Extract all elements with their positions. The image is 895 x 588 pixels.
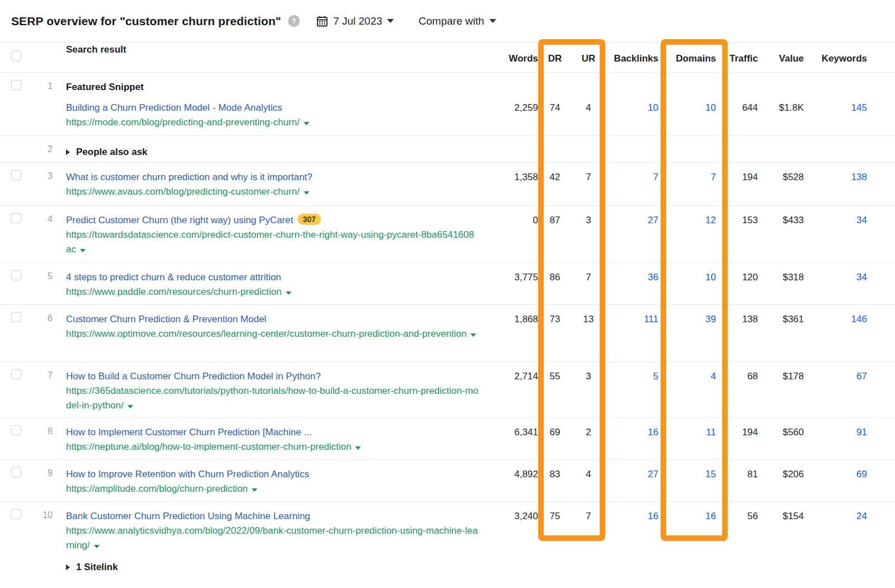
result-url-link[interactable]: https://neptune.ai/blog/how-to-implement… [66, 441, 351, 452]
domains-link[interactable]: 4 [658, 362, 716, 384]
domains-link[interactable]: 10 [658, 73, 716, 115]
compare-with-label: Compare with [418, 15, 484, 27]
col-domains[interactable]: Domains [658, 43, 716, 66]
result-url-link[interactable]: https://www.analyticsvidhya.com/blog/202… [66, 525, 478, 551]
result-title-link[interactable]: How to Build a Customer Churn Prediction… [66, 371, 321, 382]
dr-value: 73 [538, 305, 572, 327]
col-backlinks[interactable]: Backlinks [605, 43, 658, 66]
result-url-link[interactable]: https://mode.com/blog/predicting-and-pre… [66, 117, 300, 128]
date-picker[interactable]: 7 Jul 2023 [317, 15, 394, 27]
domains-link[interactable]: 11 [658, 418, 716, 440]
keywords-link[interactable]: 91 [804, 418, 867, 440]
backlinks-link[interactable]: 27 [605, 206, 658, 228]
keywords-link[interactable]: 34 [804, 206, 867, 228]
row-checkbox[interactable] [11, 170, 21, 180]
row-checkbox[interactable] [11, 213, 21, 223]
featured-snippet-label: Featured Snippet [66, 80, 479, 95]
col-words[interactable]: Words [488, 43, 538, 66]
sitelink-toggle[interactable]: 1 Sitelink [66, 560, 479, 575]
count-badge[interactable]: 307 [298, 214, 321, 225]
row-checkbox[interactable] [11, 270, 21, 280]
backlinks-link[interactable]: 16 [605, 418, 658, 440]
result-title-link[interactable]: Customer Churn Prediction & Prevention M… [66, 314, 266, 324]
row-checkbox[interactable] [11, 509, 21, 519]
backlinks-link[interactable]: 16 [605, 502, 658, 524]
keywords-link[interactable]: 67 [804, 362, 867, 384]
traffic-value: 138 [716, 305, 758, 327]
keywords-link[interactable]: 34 [804, 263, 867, 285]
domains-link[interactable]: 15 [658, 460, 716, 482]
serp-position: 3 [35, 163, 57, 181]
keywords-link[interactable]: 24 [804, 502, 867, 524]
backlinks-link[interactable]: 36 [605, 263, 658, 285]
result-url-link[interactable]: https://www.optimove.com/resources/learn… [66, 328, 467, 339]
table-row: 5 4 steps to predict churn & reduce cust… [0, 263, 895, 305]
keywords-link[interactable]: 138 [804, 163, 867, 185]
row-checkbox[interactable] [11, 312, 21, 322]
select-all-checkbox[interactable] [11, 51, 21, 61]
domains-link[interactable]: 12 [658, 206, 716, 228]
backlinks-link[interactable]: 5 [605, 362, 658, 384]
serp-position: 8 [35, 418, 57, 436]
col-ur[interactable]: UR [572, 43, 605, 66]
col-keywords[interactable]: Keywords [804, 43, 867, 66]
chevron-down-icon [489, 19, 496, 23]
domains-link[interactable]: 16 [658, 502, 716, 524]
col-value[interactable]: Value [758, 43, 804, 66]
result-title-link[interactable]: 4 steps to predict churn & reduce custom… [66, 272, 281, 283]
col-search-result[interactable]: Search result [57, 43, 488, 57]
url-dropdown-icon[interactable] [128, 405, 133, 408]
traffic-value: 644 [716, 73, 758, 115]
ur-value: 3 [572, 206, 605, 228]
result-url-link[interactable]: https://www.avaus.com/blog/predicting-cu… [66, 186, 300, 197]
url-dropdown-icon[interactable] [286, 291, 291, 295]
result-title-link[interactable]: Bank Customer Churn Prediction Using Mac… [66, 511, 310, 521]
col-traffic[interactable]: Traffic [716, 43, 758, 66]
result-title-link[interactable]: Predict Customer Churn (the right way) u… [66, 215, 293, 225]
table-row: 8 How to Implement Customer Churn Predic… [0, 418, 895, 460]
people-also-ask-toggle[interactable]: People also ask [66, 143, 479, 159]
table-row: 10 Bank Customer Churn Prediction Using … [0, 502, 895, 588]
result-url-link[interactable]: https://towardsdatascience.com/predict-c… [66, 229, 474, 255]
result-url-link[interactable]: https://www.paddle.com/resources/churn-p… [66, 286, 282, 297]
url-dropdown-icon[interactable] [470, 333, 476, 337]
dr-value: 86 [538, 263, 572, 285]
url-dropdown-icon[interactable] [355, 446, 361, 450]
url-dropdown-icon[interactable] [304, 122, 309, 125]
backlinks-link[interactable]: 10 [605, 73, 658, 115]
words-value: 4,892 [488, 460, 538, 482]
backlinks-link[interactable]: 7 [605, 163, 658, 185]
compare-with-dropdown[interactable]: Compare with [418, 15, 496, 27]
url-dropdown-icon[interactable] [252, 488, 257, 492]
row-checkbox[interactable] [11, 369, 21, 379]
result-title-link[interactable]: What is customer churn prediction and wh… [66, 172, 312, 182]
result-title-link[interactable]: How to Implement Customer Churn Predicti… [66, 427, 312, 438]
keywords-link[interactable]: 146 [804, 305, 867, 327]
result-url-link[interactable]: https://amplitude.com/blog/churn-predict… [66, 483, 248, 494]
url-dropdown-icon[interactable] [304, 191, 309, 195]
value-value: $528 [758, 163, 804, 185]
topbar: SERP overview for "customer churn predic… [0, 0, 895, 42]
row-checkbox[interactable] [11, 467, 21, 477]
help-icon[interactable]: ? [288, 15, 300, 27]
row-checkbox[interactable] [11, 80, 21, 90]
result-title-link[interactable]: How to Improve Retention with Churn Pred… [66, 469, 309, 479]
backlinks-link[interactable]: 111 [605, 305, 658, 327]
serp-position: 6 [35, 305, 57, 323]
traffic-value: 194 [716, 418, 758, 440]
backlinks-link[interactable]: 27 [605, 460, 658, 482]
serp-position: 1 [35, 73, 57, 91]
row-checkbox[interactable] [11, 425, 21, 435]
ur-value: 7 [572, 502, 605, 524]
domains-link[interactable]: 39 [658, 305, 716, 327]
keywords-link[interactable]: 145 [804, 73, 867, 115]
url-dropdown-icon[interactable] [80, 249, 86, 252]
dr-value: 75 [538, 502, 572, 524]
keywords-link[interactable]: 69 [804, 460, 867, 482]
domains-link[interactable]: 10 [658, 263, 716, 285]
domains-link[interactable]: 7 [658, 163, 716, 185]
col-dr[interactable]: DR [538, 43, 572, 66]
value-value: $433 [758, 206, 804, 228]
result-title-link[interactable]: Building a Churn Prediction Model - Mode… [66, 102, 282, 113]
url-dropdown-icon[interactable] [94, 545, 100, 548]
